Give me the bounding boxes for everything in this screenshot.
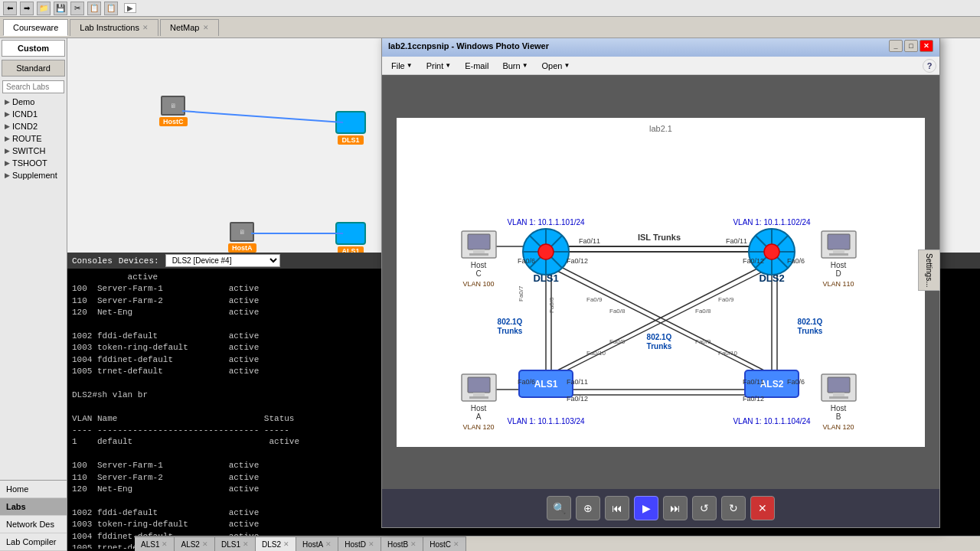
svg-rect-59 [469, 396, 488, 399]
svg-text:A: A [476, 412, 482, 421]
svg-text:Fa0/9: Fa0/9 [695, 338, 711, 345]
chevron-right-icon-6: ▶ [5, 159, 10, 167]
delete-button[interactable]: ✕ [750, 496, 775, 520]
toolbar-icon-6[interactable]: 📋 [87, 2, 101, 15]
svg-text:Fa0/8: Fa0/8 [609, 308, 626, 315]
close-button[interactable]: ✕ [920, 40, 933, 52]
nav-network-des[interactable]: Network Des [0, 516, 67, 533]
svg-text:Fa0/8: Fa0/8 [548, 296, 555, 312]
menu-open[interactable]: Open ▼ [536, 60, 577, 72]
node-dls1: DLS1 [335, 111, 366, 145]
tab-hostc[interactable]: HostC ✕ [423, 536, 466, 551]
nav-labs[interactable]: Labs [0, 498, 67, 516]
sidebar-btn-custom[interactable]: Custom [2, 40, 65, 57]
svg-text:Fa0/12: Fa0/12 [567, 257, 588, 265]
tab-netmap[interactable]: NetMap ✕ [160, 19, 219, 36]
svg-text:Fa0/9: Fa0/9 [718, 296, 734, 303]
tab-hostd[interactable]: HostD ✕ [338, 536, 381, 551]
sidebar-btn-standard[interactable]: Standard [2, 60, 65, 77]
sidebar-item-route[interactable]: ▶ ROUTE [0, 132, 67, 145]
menu-burn[interactable]: Burn ▼ [496, 60, 534, 72]
svg-text:DLS1: DLS1 [533, 272, 558, 284]
top-toolbar: ⬅ ➡ 📁 💾 ✂ 📋 📋 ▶ [0, 0, 980, 17]
tab-dls1[interactable]: DLS1 ✕ [215, 536, 256, 551]
nav-lab-compiler[interactable]: Lab Compiler [0, 533, 67, 551]
dls2-tab-close[interactable]: ✕ [283, 540, 289, 548]
svg-text:Host: Host [471, 404, 487, 412]
next-button[interactable]: ⏭ [663, 496, 688, 520]
svg-text:Fa0/11: Fa0/11 [579, 237, 600, 245]
svg-text:Fa0/8: Fa0/8 [695, 308, 711, 315]
tab-courseware[interactable]: Courseware [3, 19, 68, 36]
rotate-left-button[interactable]: ↺ [692, 496, 717, 520]
sidebar-item-icnd1[interactable]: ▶ ICND1 [0, 108, 67, 120]
svg-text:Fa0/11: Fa0/11 [726, 237, 747, 245]
svg-text:Fa0/6: Fa0/6 [518, 378, 535, 386]
help-button[interactable]: ? [923, 59, 936, 73]
als1-tab-close[interactable]: ✕ [162, 540, 168, 548]
photo-viewer-toolbar: 🔍 ⊕ ⏮ ▶ ⏭ ↺ ↻ ✕ [382, 489, 939, 527]
netmap-close[interactable]: ✕ [203, 24, 209, 31]
svg-rect-44 [473, 249, 485, 253]
svg-text:C: C [475, 269, 481, 278]
hosta-tab-close[interactable]: ✕ [325, 540, 332, 548]
sidebar-item-supplement[interactable]: ▶ Supplement [0, 169, 67, 181]
zoom-button[interactable]: 🔍 [547, 496, 571, 520]
svg-text:ALS1: ALS1 [534, 379, 558, 390]
toolbar-icon-3[interactable]: 📁 [37, 2, 51, 15]
topology-svg: lab2.1 [397, 118, 925, 447]
svg-text:Host: Host [471, 261, 487, 269]
menu-email[interactable]: E-mail [459, 60, 495, 72]
photo-viewer-content: lab2.1 [382, 75, 939, 489]
rotate-right-button[interactable]: ↻ [721, 496, 746, 520]
bottom-tabs: ALS1 ✕ ALS2 ✕ DLS1 ✕ DLS2 ✕ HostA ✕ Host… [135, 536, 980, 551]
svg-text:Fa0/11: Fa0/11 [567, 378, 588, 386]
tab-als2[interactable]: ALS2 ✕ [175, 536, 214, 551]
minimize-button[interactable]: _ [889, 40, 903, 52]
photo-viewer-window: lab2.1ccnpsnip - Windows Photo Viewer _ … [381, 38, 940, 528]
prev-button[interactable]: ⏮ [605, 496, 629, 520]
nav-home[interactable]: Home [0, 481, 67, 498]
tab-dls2[interactable]: DLS2 ✕ [256, 536, 296, 551]
tab-als1[interactable]: ALS1 ✕ [135, 536, 175, 551]
toolbar-icon-5[interactable]: ✂ [70, 2, 84, 15]
hostb-tab-close[interactable]: ✕ [410, 540, 416, 548]
photo-viewer-titlebar: lab2.1ccnpsnip - Windows Photo Viewer _ … [382, 38, 939, 57]
dls1-tab-close[interactable]: ✕ [243, 540, 249, 548]
svg-text:DLS2: DLS2 [759, 272, 784, 284]
svg-rect-43 [468, 234, 490, 249]
device-select[interactable]: DLS2 [Device #4] ALS1 [Device #1] ALS2 [… [165, 254, 280, 267]
settings-button[interactable]: Settings... [918, 249, 940, 291]
svg-text:B: B [836, 412, 841, 421]
network-diagram: lab2.1 [397, 118, 925, 447]
toolbar-icon-7[interactable]: 📋 [104, 2, 118, 15]
chevron-right-icon-3: ▶ [5, 122, 10, 130]
toolbar-icon-4[interactable]: 💾 [54, 2, 67, 15]
maximize-button[interactable]: □ [904, 40, 918, 52]
sidebar-item-tshoot[interactable]: ▶ TSHOOT [0, 157, 67, 169]
canvas-area: 🖥 HostC DLS1 ALS1 🖥 HostA [67, 38, 980, 551]
svg-text:Host: Host [831, 261, 847, 269]
search-input[interactable] [2, 80, 64, 93]
fit-button[interactable]: ⊕ [576, 496, 600, 520]
als2-tab-close[interactable]: ✕ [202, 540, 208, 548]
svg-text:Fa0/12: Fa0/12 [743, 395, 764, 403]
sidebar-item-switch[interactable]: ▶ SWITCH [0, 145, 67, 157]
slideshow-button[interactable]: ▶ [634, 496, 658, 520]
menu-file[interactable]: File ▼ [385, 60, 419, 72]
devices-label: Devices: [119, 256, 159, 266]
nav-bar: Courseware Lab Instructions ✕ NetMap ✕ [0, 17, 980, 38]
sidebar-item-demo[interactable]: ▶ Demo [0, 96, 67, 108]
consoles-label: Consoles [72, 256, 113, 266]
menu-print[interactable]: Print ▼ [420, 60, 458, 72]
tab-hosta[interactable]: HostA ✕ [296, 536, 338, 551]
tab-hostb[interactable]: HostB ✕ [381, 536, 423, 551]
hostd-tab-close[interactable]: ✕ [368, 540, 374, 548]
toolbar-icon-2[interactable]: ➡ [20, 2, 34, 15]
svg-rect-52 [829, 253, 848, 256]
toolbar-icon-1[interactable]: ⬅ [3, 2, 17, 15]
sidebar-item-icnd2[interactable]: ▶ ICND2 [0, 120, 67, 132]
tab-lab-instructions[interactable]: Lab Instructions ✕ [70, 19, 158, 36]
lab-instructions-close[interactable]: ✕ [142, 24, 149, 31]
hostc-tab-close[interactable]: ✕ [453, 540, 459, 548]
